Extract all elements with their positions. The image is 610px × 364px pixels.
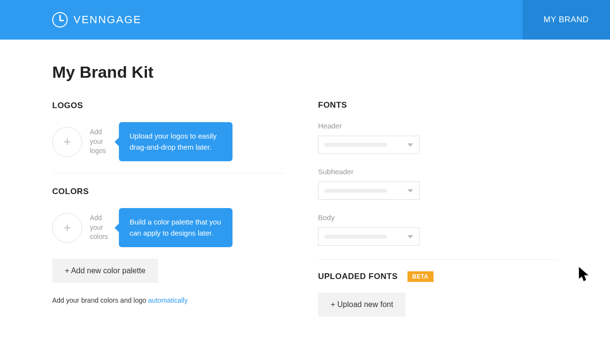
- logos-tooltip: Upload your logos to easily drag-and-dro…: [119, 122, 232, 161]
- add-color-button[interactable]: +: [52, 213, 82, 243]
- colors-add-row: + Add your colors Build a color palette …: [52, 208, 284, 247]
- add-logo-label: Add your logos: [90, 127, 111, 156]
- select-placeholder: [324, 235, 387, 238]
- font-subheader-select[interactable]: [318, 182, 420, 200]
- nav-my-brand-label: MY BRAND: [544, 15, 589, 25]
- add-color-palette-button[interactable]: + Add new color palette: [52, 259, 158, 283]
- brand-name: VENNGAGE: [73, 14, 142, 26]
- upload-font-label: + Upload new font: [331, 300, 393, 308]
- font-header-select[interactable]: [318, 136, 420, 154]
- colors-tooltip: Build a color palette that you can apply…: [119, 208, 232, 247]
- uploaded-fonts-title: UPLOADED FONTS: [318, 272, 398, 281]
- add-color-label: Add your colors: [90, 213, 111, 242]
- chevron-down-icon: [407, 143, 413, 147]
- left-column: My Brand Kit LOGOS + Add your logos Uplo…: [52, 63, 284, 317]
- select-placeholder: [324, 189, 387, 193]
- logos-tooltip-text: Upload your logos to easily drag-and-dro…: [130, 132, 217, 151]
- helper-text: Add your brand colors and logo automatic…: [52, 296, 284, 304]
- helper-prefix: Add your brand colors and logo: [52, 296, 148, 304]
- divider: [318, 259, 558, 260]
- plus-icon: +: [63, 220, 71, 235]
- font-body-select[interactable]: [318, 227, 420, 246]
- beta-badge: BETA: [407, 271, 434, 282]
- add-logo-button[interactable]: +: [52, 127, 82, 157]
- right-column: FONTS Header Subheader Body UPLOADED FON…: [318, 63, 558, 317]
- select-placeholder: [324, 143, 387, 147]
- app-header: VENNGAGE MY BRAND: [0, 0, 610, 40]
- main-content: My Brand Kit LOGOS + Add your logos Uplo…: [0, 40, 610, 317]
- uploaded-fonts-header: UPLOADED FONTS BETA: [318, 271, 558, 282]
- colors-section-title: COLORS: [52, 187, 284, 196]
- divider: [52, 173, 284, 173]
- add-color-palette-label: + Add new color palette: [65, 266, 145, 275]
- chevron-down-icon: [407, 189, 413, 193]
- font-header-label: Header: [318, 122, 558, 130]
- clock-icon: [52, 12, 68, 28]
- plus-icon: +: [63, 134, 71, 149]
- colors-tooltip-text: Build a color palette that you can apply…: [130, 218, 221, 237]
- chevron-down-icon: [407, 235, 413, 238]
- font-body-label: Body: [318, 213, 558, 222]
- upload-font-button[interactable]: + Upload new font: [318, 293, 406, 317]
- logos-section-title: LOGOS: [52, 101, 284, 111]
- brand-logo[interactable]: VENNGAGE: [52, 12, 142, 28]
- nav-my-brand[interactable]: MY BRAND: [523, 0, 610, 40]
- page-title: My Brand Kit: [52, 63, 284, 82]
- fonts-section-title: FONTS: [318, 100, 558, 110]
- auto-link[interactable]: automatically: [148, 296, 188, 304]
- font-subheader-label: Subheader: [318, 168, 558, 176]
- logos-add-row: + Add your logos Upload your logos to ea…: [52, 122, 284, 161]
